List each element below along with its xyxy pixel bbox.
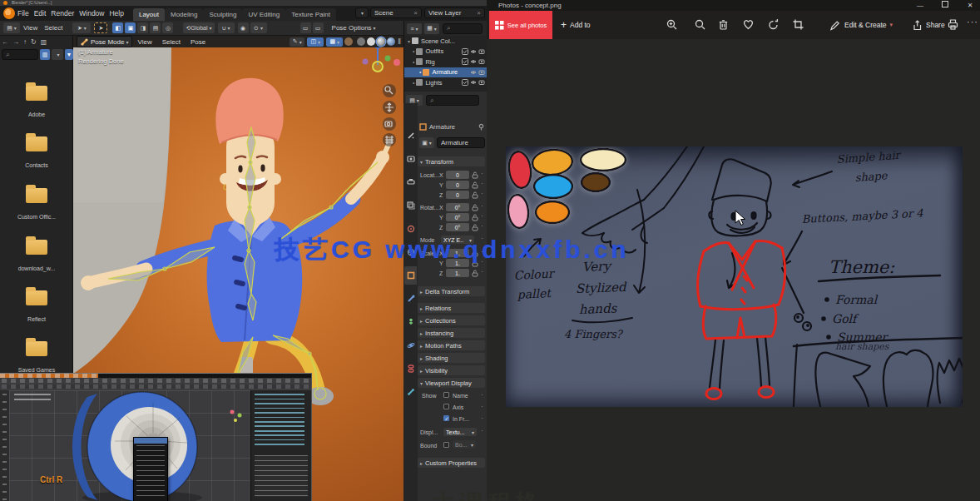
bounds-checkbox[interactable] [443, 442, 449, 448]
section-custom-properties[interactable]: ▸Custom Properties [418, 458, 485, 468]
pip-context-menu[interactable] [133, 437, 168, 501]
tab-view-layer-icon[interactable] [404, 196, 417, 215]
display-mode-icon[interactable]: ▥ [40, 49, 50, 60]
folder-icon[interactable] [26, 136, 47, 151]
viewport-nav-widgets[interactable] [383, 84, 396, 146]
object-name-input[interactable]: Armature [437, 137, 485, 148]
animate-dot[interactable]: · [481, 180, 483, 187]
add-to-button[interactable]: + Add to [561, 11, 591, 39]
tab-object-data-icon[interactable] [404, 313, 417, 331]
viewport-menu-select[interactable]: Select [157, 38, 186, 46]
animate-dot[interactable]: · [481, 427, 483, 434]
shading-solid-icon[interactable] [367, 37, 375, 46]
section-delta-transform[interactable]: ▸Delta Transform [418, 286, 485, 296]
object-browse-icon[interactable]: ▣▾ [419, 137, 434, 148]
nav-refresh-icon[interactable]: ↻ [31, 38, 37, 46]
overlays-dropdown-icon[interactable]: ▩▾ [326, 37, 343, 47]
favorite-heart-icon[interactable] [742, 18, 755, 31]
photos-titlebar[interactable]: Photos - concept.png [487, 0, 980, 11]
proportional-falloff-dropdown[interactable]: ⊙▾ [250, 22, 267, 33]
share-button[interactable]: Share [910, 11, 945, 39]
scene-field[interactable]: Scene× [370, 7, 422, 18]
workspace-tab-texture-paint[interactable]: Texture Paint [285, 8, 336, 21]
lock-icon[interactable] [472, 204, 478, 211]
workspace-tab-uv-editing[interactable]: UV Editing [242, 8, 285, 21]
workspace-tab-layout[interactable]: Layout [133, 8, 165, 21]
file-search-input[interactable]: ⌕ [2, 49, 38, 60]
bounds-dropdown[interactable]: Bo...▾ [453, 440, 476, 449]
tab-render-icon[interactable] [404, 150, 417, 168]
workspace-tab-sculpting[interactable]: Sculpting [203, 8, 242, 21]
properties-search-input[interactable]: ⌕ [426, 95, 479, 106]
menu-window[interactable]: Window [77, 6, 106, 21]
cursor-tool-icon[interactable]: ◎ [162, 22, 173, 33]
header-overflow-icon[interactable]: ‖ [398, 37, 401, 46]
folder-icon[interactable] [26, 240, 47, 255]
tab-bone-icon[interactable] [404, 383, 417, 401]
rotation-x-field[interactable]: 0° [446, 203, 469, 211]
menu-render[interactable]: Render [48, 6, 77, 21]
editor-type-button[interactable]: ➤▾ [72, 22, 91, 33]
section-visibility[interactable]: ▸Visibility [418, 365, 485, 375]
checkbox-icon[interactable] [462, 79, 468, 86]
maximize-button[interactable] [935, 0, 955, 11]
blender-titlebar[interactable]: Blender* [C:\Users\...] [0, 0, 487, 6]
animate-dot[interactable]: · [481, 268, 483, 275]
overlays-toggle-icon[interactable]: ▭ [313, 22, 324, 33]
folder-label[interactable]: Saved Games [0, 367, 73, 373]
eye-icon[interactable] [470, 79, 477, 86]
transform-section-header[interactable]: ▾Transform [418, 156, 485, 166]
lock-icon[interactable] [472, 181, 478, 189]
tab-tool-icon[interactable] [404, 126, 417, 145]
viewport-menu-pose[interactable]: Pose [186, 38, 210, 46]
menu-file[interactable]: File [15, 6, 32, 21]
blender-app-icon[interactable] [3, 7, 15, 19]
crop-icon[interactable] [792, 18, 804, 31]
minimize-button[interactable]: — [910, 0, 930, 11]
show-name-checkbox[interactable] [443, 392, 449, 398]
shading-wireframe-icon[interactable] [357, 37, 365, 46]
animate-dot[interactable]: · [481, 222, 483, 230]
delete-icon[interactable] [717, 18, 730, 31]
animate-dot[interactable]: · [481, 190, 483, 197]
tab-modifiers-icon[interactable] [404, 290, 417, 308]
section-collections[interactable]: ▸Collections [418, 315, 485, 325]
xray-toggle-icon[interactable]: ◫▾ [307, 37, 324, 47]
outliner-row-scene-collection[interactable]: ▾ Scene Col... [404, 36, 487, 47]
nav-up-icon[interactable]: ↑ [23, 38, 27, 46]
print-icon[interactable] [947, 18, 959, 31]
eye-icon[interactable] [470, 69, 477, 76]
camera-icon[interactable] [478, 79, 485, 86]
tweak-tool-icon[interactable]: ◧ [112, 22, 123, 33]
folder-icon[interactable] [26, 188, 47, 203]
new-folder-icon[interactable]: ▥ [41, 38, 47, 46]
folder-icon[interactable] [26, 341, 47, 356]
show-axis-checkbox[interactable] [443, 404, 449, 409]
rotation-y-field[interactable]: 0° [446, 213, 469, 221]
more-options-button[interactable]: ··· [967, 17, 978, 27]
filter-icon[interactable]: ▼ [65, 49, 73, 60]
animate-dot[interactable]: · [481, 403, 483, 410]
nav-back-icon[interactable]: ← [2, 38, 8, 46]
matcap-sphere-icon[interactable] [344, 37, 353, 46]
outliner-row-lights[interactable]: • Lights [404, 77, 487, 88]
folder-label[interactable]: Custom Offic... [0, 214, 73, 220]
nav-forward-icon[interactable]: → [12, 38, 19, 46]
outliner-row-outfits[interactable]: • Outfits [404, 47, 487, 57]
tab-output-icon[interactable] [404, 173, 417, 191]
rotate-icon[interactable] [767, 18, 780, 31]
select-lasso-icon[interactable]: ▤ [150, 22, 161, 33]
display-size-dropdown[interactable]: ▾ [52, 49, 63, 60]
lock-icon[interactable] [472, 171, 478, 179]
outliner-search-input[interactable]: ⌕ [443, 23, 483, 34]
location-z-field[interactable]: 0 [446, 191, 469, 199]
proportional-edit-icon[interactable]: ◉ [238, 22, 249, 33]
section-motion-paths[interactable]: ▸Motion Paths [418, 340, 485, 350]
see-all-photos-button[interactable]: See all photos [489, 11, 552, 39]
snap-magnet-icon[interactable]: ∪▾ [218, 22, 235, 33]
animate-dot[interactable]: · [481, 212, 483, 220]
outliner-row-armature[interactable]: • Armature [404, 67, 487, 78]
shading-rendered-icon[interactable] [387, 37, 395, 46]
select-circle-icon[interactable]: ◨ [137, 22, 148, 33]
file-browser-type-button[interactable]: ▤▾ [3, 22, 20, 33]
